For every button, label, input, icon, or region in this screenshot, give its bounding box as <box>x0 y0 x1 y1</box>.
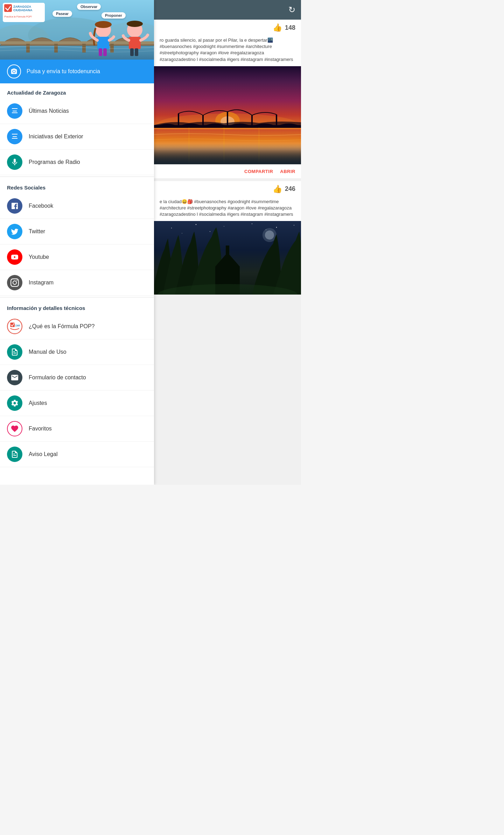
post-image-1 <box>154 66 301 164</box>
menu-label-formulario-contacto: Formulario de contacto <box>29 374 86 381</box>
section-info-title: Información y detalles técnicos <box>0 299 154 314</box>
bubble-observar: Observar <box>77 4 101 10</box>
refresh-button[interactable]: ↻ <box>288 5 295 15</box>
megaphone-icon-noticias <box>7 103 22 119</box>
like-icon-1: 👍 <box>273 23 282 32</box>
bubble-pasear: Pasear <box>52 11 72 17</box>
menu-item-youtube[interactable]: Youtube <box>0 244 154 270</box>
post-text-2: e la ciudad😄🎒 #buenasnoches #goodnight #… <box>154 197 301 221</box>
svg-point-45 <box>224 226 224 227</box>
compartir-button-1[interactable]: COMPARTIR <box>244 169 273 174</box>
facebook-icon <box>7 198 22 214</box>
abrir-button-1[interactable]: ABRIR <box>280 169 295 174</box>
svg-rect-18 <box>99 48 102 56</box>
menu-label-ultimas-noticias: Últimas Noticias <box>29 108 69 114</box>
sidebar: ZARAGOZA CIUDADANA Practica la Fórmula P… <box>0 0 154 485</box>
svg-rect-23 <box>130 48 134 56</box>
menu-label-facebook: Facebook <box>29 203 53 209</box>
svg-point-21 <box>127 21 143 27</box>
section-redes-title: Redes Sociales <box>0 178 154 193</box>
like-icon-2: 👍 <box>273 185 282 194</box>
sidebar-header: ZARAGOZA CIUDADANA Practica la Fórmula P… <box>0 0 154 60</box>
menu-label-twitter: Twitter <box>29 228 45 235</box>
gear-icon <box>7 395 22 411</box>
menu-item-programas-radio[interactable]: Programas de Radio <box>0 150 154 175</box>
menu-item-manual-uso[interactable]: Manual de Uso <box>0 339 154 365</box>
photo-denuncia-label: Pulsa y envía tu fotodenuncia <box>27 68 100 75</box>
post-meta-2: 👍 246 <box>154 181 301 197</box>
svg-point-49 <box>210 231 210 232</box>
camera-icon <box>7 64 21 78</box>
svg-text:CIUDADANA: CIUDADANA <box>13 8 33 12</box>
post-meta-1: 👍 148 <box>154 20 301 36</box>
like-count-1: 148 <box>285 24 295 32</box>
svg-rect-7 <box>54 44 58 53</box>
menu-item-que-es[interactable]: ZAR ¿Qué es la Fórmula POP? <box>0 314 154 339</box>
mic-icon <box>7 154 22 170</box>
svg-rect-17 <box>97 37 109 49</box>
menu-label-iniciativas-exterior: Iniciativas del Exterior <box>29 133 83 140</box>
menu-label-aviso-legal: Aviso Legal <box>29 451 57 457</box>
menu-label-favoritos: Favoritos <box>29 426 52 432</box>
svg-point-51 <box>294 225 294 226</box>
menu-item-iniciativas-exterior[interactable]: Iniciativas del Exterior <box>0 124 154 150</box>
menu-label-youtube: Youtube <box>29 254 49 260</box>
svg-point-46 <box>252 223 252 224</box>
menu-label-manual-uso: Manual de Uso <box>29 349 66 355</box>
like-count-2: 246 <box>285 185 295 193</box>
instagram-icon <box>7 275 22 290</box>
svg-text:Practica la Fórmula POP!: Practica la Fórmula POP! <box>4 15 32 18</box>
svg-rect-56 <box>226 246 229 254</box>
post-image-2 <box>154 221 301 295</box>
post-card-1: 👍 148 ro guarda silencio, al pasar por e… <box>154 20 301 178</box>
zaragoza-formula-icon: ZAR <box>7 319 22 334</box>
svg-rect-6 <box>26 44 30 53</box>
content-topbar: ↻ <box>154 0 301 20</box>
svg-rect-19 <box>103 48 107 56</box>
doc-icon-manual <box>7 344 22 360</box>
app-container: ZARAGOZA CIUDADANA Practica la Fórmula P… <box>0 0 301 485</box>
svg-text:ZARAGOZA: ZARAGOZA <box>13 5 31 8</box>
svg-point-16 <box>95 21 112 28</box>
menu-label-ajustes: Ajustes <box>29 400 47 406</box>
twitter-icon <box>7 224 22 239</box>
envelope-icon <box>7 370 22 385</box>
menu-item-aviso-legal[interactable]: Aviso Legal <box>0 442 154 467</box>
svg-rect-24 <box>135 48 138 56</box>
menu-item-ajustes[interactable]: Ajustes <box>0 391 154 416</box>
menu-item-facebook[interactable]: Facebook <box>0 193 154 219</box>
svg-point-43 <box>171 228 172 228</box>
menu-label-que-es: ¿Qué es la Fórmula POP? <box>29 323 95 330</box>
content-panel: ↻ 👍 148 ro guarda silencio, al pasar por… <box>154 0 301 485</box>
menu-item-ultimas-noticias[interactable]: Últimas Noticias <box>0 98 154 124</box>
svg-point-48 <box>182 233 182 234</box>
menu-item-instagram[interactable]: Instagram <box>0 270 154 296</box>
megaphone-icon-iniciativas <box>7 129 22 144</box>
heart-icon <box>7 421 22 436</box>
youtube-icon <box>7 249 22 265</box>
divider-1 <box>0 177 154 177</box>
menu-item-favoritos[interactable]: Favoritos <box>0 416 154 442</box>
svg-text:ZAR: ZAR <box>15 324 20 327</box>
app-logo: ZARAGOZA CIUDADANA Practica la Fórmula P… <box>3 3 45 22</box>
menu-item-twitter[interactable]: Twitter <box>0 219 154 244</box>
menu-item-formulario-contacto[interactable]: Formulario de contacto <box>0 365 154 391</box>
section-actualidad-title: Actualidad de Zaragoza <box>0 83 154 98</box>
svg-point-47 <box>276 227 277 228</box>
svg-point-44 <box>196 224 196 225</box>
divider-2 <box>0 297 154 297</box>
photo-denuncia-button[interactable]: Pulsa y envía tu fotodenuncia <box>0 60 154 83</box>
post-actions-1: COMPARTIR ABRIR <box>154 164 301 178</box>
menu-label-instagram: Instagram <box>29 280 54 286</box>
doc-icon-aviso <box>7 447 22 462</box>
menu-label-programas-radio: Programas de Radio <box>29 159 80 165</box>
svg-rect-22 <box>129 37 141 49</box>
post-text-1: ro guarda silencio, al pasar por el Pila… <box>154 36 301 66</box>
post-card-2: 👍 246 e la ciudad😄🎒 #buenasnoches #goodn… <box>154 181 301 295</box>
header-characters <box>84 18 154 60</box>
svg-point-53 <box>265 230 274 240</box>
